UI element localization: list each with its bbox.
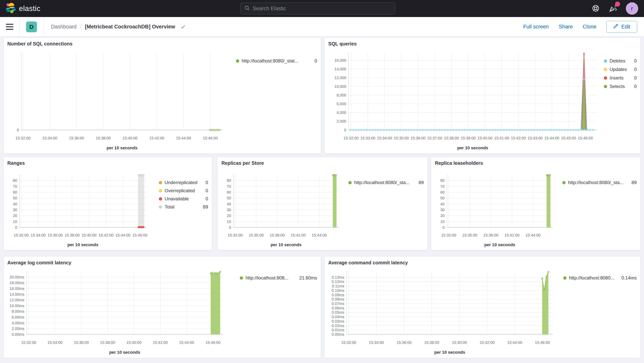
svg-text:15:32:00: 15:32:00 [16,136,30,140]
share-button[interactable]: Share [559,24,573,30]
chart-average-command-commit-latency[interactable]: 0.00ms0.01ms0.02ms0.03ms0.04ms0.05ms0.06… [328,265,563,358]
legend-item[interactable]: http://localhost:8080/_sta...89 [562,180,637,185]
panel-title[interactable]: Average command commit latency [328,256,637,265]
svg-text:15:32:00: 15:32:00 [441,233,456,237]
legend-label: Updates [610,67,627,72]
legend-label: Unavailable [164,196,189,202]
legend-label: Deletes [610,58,625,64]
legend-item[interactable]: Inserts0 [604,75,637,81]
svg-text:15:36:00: 15:36:00 [74,340,89,345]
panel-title[interactable]: Replicas per Store [222,157,424,166]
svg-text:15:38:00: 15:38:00 [96,136,111,140]
svg-text:15:37:00: 15:37:00 [427,136,442,140]
svg-text:18.00ms: 18.00ms [10,281,24,285]
dashboard-grid: Number of SQL connections 015:32:0015:34… [0,37,644,363]
chart-replica-leaseholders[interactable]: 0102030405060708015:32:0015:35:0015:38:0… [435,166,562,250]
svg-text:per 10 seconds: per 10 seconds [68,242,98,247]
svg-text:6.00ms: 6.00ms [12,315,24,319]
legend-item[interactable]: http://localhost:808...21.60ms [240,275,317,281]
svg-text:20: 20 [227,213,231,218]
svg-text:14,000: 14,000 [334,67,346,71]
elastic-logo-icon [6,3,16,14]
check-icon[interactable] [180,24,186,30]
panel-title[interactable]: Number of SQL connections [7,38,317,47]
panel-title[interactable]: SQL queries [328,38,637,47]
panel-replicas-per-store: Replicas per Store 0102030405060708015:3… [217,157,428,250]
panel-ranges: Ranges 0102030405060708015:32:0015:34:00… [3,157,212,250]
svg-text:70: 70 [227,184,231,189]
panel-title[interactable]: Ranges [7,157,208,166]
chart-average-log-commit-latency[interactable]: 0.00ms2.00ms4.00ms6.00ms8.00ms10.00ms12.… [7,265,240,358]
legend-item[interactable]: Underreplicated0 [159,180,208,185]
legend-dot [563,276,566,280]
full-screen-button[interactable]: Full screen [523,24,549,30]
news-button[interactable] [608,4,617,13]
breadcrumb-dashboard-link[interactable]: Dashboard [51,24,76,30]
dashboard-avatar[interactable]: D [26,22,37,32]
svg-text:12,000: 12,000 [334,76,346,80]
legend-value: 89 [630,180,637,185]
panel-number-of-sql-connections: Number of SQL connections 015:32:0015:34… [3,37,321,154]
logo-wordmark: elastic [19,5,40,13]
user-avatar[interactable]: r [626,2,638,15]
svg-text:15:44:00: 15:44:00 [507,340,522,345]
legend-label: Underreplicated [164,180,197,185]
panel-title[interactable]: Replica leaseholders [435,157,637,166]
chart-ranges[interactable]: 0102030405060708015:32:0015:34:0015:36:0… [7,166,159,250]
svg-text:4,000: 4,000 [336,110,346,115]
svg-text:15:36:00: 15:36:00 [410,136,426,140]
legend-item[interactable]: Deletes0 [604,58,637,64]
svg-text:20: 20 [13,213,17,218]
legend-item[interactable]: Unavailable0 [159,196,208,202]
panel-replica-leaseholders: Replica leaseholders 0102030405060708015… [431,157,641,250]
legend-dot [562,181,566,184]
svg-text:15:46:00: 15:46:00 [578,136,593,140]
svg-text:10: 10 [13,219,17,224]
chart-canvas: 0102030405060708015:32:0015:34:0015:36:0… [7,166,159,250]
legend-item[interactable]: Total89 [159,204,208,210]
global-search-input[interactable]: Search Elastic [240,3,395,15]
edit-button[interactable]: Edit [606,21,637,33]
legend-item[interactable]: Updates0 [604,67,637,72]
svg-text:15:36:00: 15:36:00 [48,233,62,237]
legend-label: http://localhost:8080/_stat... [242,58,298,64]
svg-text:15:42:00: 15:42:00 [149,136,164,140]
svg-text:0: 0 [229,225,231,230]
chart-sql-queries[interactable]: 02,0004,0006,0008,00010,00012,00014,0001… [328,47,604,154]
svg-text:15:46:00: 15:46:00 [132,233,148,237]
svg-text:12.00ms: 12.00ms [10,298,24,302]
legend-dot [348,181,352,184]
legend-label: http://localhost:8080/_sta... [568,180,624,185]
legend-item[interactable]: http://localhost:8080/_sta...89 [348,180,424,185]
legend-dot [604,68,607,71]
legend-item[interactable]: http://localhost:8080...0.14ms [563,275,637,281]
legend-dot [159,205,162,209]
help-button[interactable] [592,4,600,13]
elastic-logo[interactable]: elastic [0,3,40,14]
svg-text:per 10 seconds: per 10 seconds [457,145,488,150]
global-header: elastic Search Elastic [0,0,644,17]
svg-text:15:32:00: 15:32:00 [341,340,356,345]
legend-item[interactable]: Overreplicated0 [159,188,208,193]
svg-text:0.02ms: 0.02ms [332,323,344,328]
svg-text:40: 40 [13,202,17,206]
svg-text:0: 0 [344,128,346,132]
clone-button[interactable]: Clone [583,24,596,30]
chart-number-of-sql-connections[interactable]: 015:32:0015:34:0015:36:0015:38:0015:40:0… [7,47,236,154]
legend-item[interactable]: http://localhost:8080/_stat...0 [236,58,317,64]
svg-text:15:34:00: 15:34:00 [369,340,384,345]
svg-text:6,000: 6,000 [336,102,346,106]
panel-title[interactable]: Average log commit latency [7,256,317,265]
svg-text:8,000: 8,000 [336,93,346,97]
search-placeholder: Search Elastic [253,6,286,12]
chart-canvas: 02,0004,0006,0008,00010,00012,00014,0001… [328,47,604,154]
chart-replicas-per-store[interactable]: 0102030405060708015:32:0015:35:0015:38:0… [222,166,348,250]
svg-text:15:46:00: 15:46:00 [203,136,218,140]
svg-text:0.06ms: 0.06ms [332,306,344,310]
menu-button[interactable] [0,17,19,37]
svg-text:15:38:00: 15:38:00 [484,233,498,237]
dashboard-toolbar: D Dashboard / [Metricbeat CockroachDB] O… [0,17,644,37]
chart-canvas: 0.00ms0.01ms0.02ms0.03ms0.04ms0.05ms0.06… [328,265,563,358]
svg-text:50: 50 [13,196,17,200]
legend-item[interactable]: Selects0 [604,84,637,89]
